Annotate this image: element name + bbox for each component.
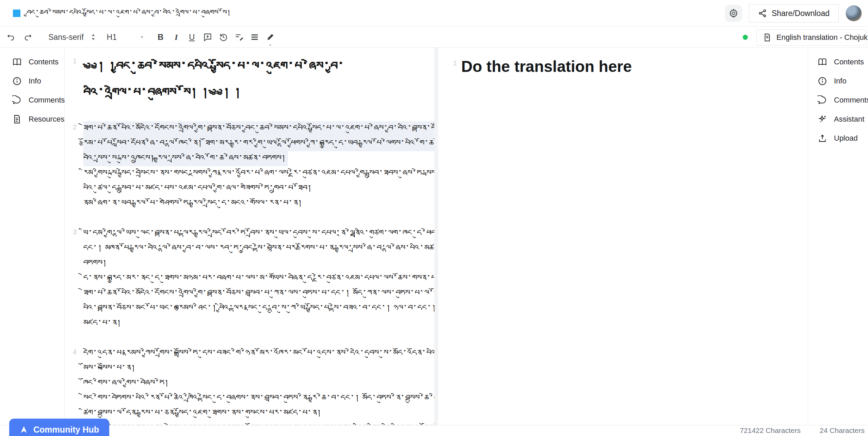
source-paragraph[interactable]: 4དགེ་འདུན་པ་རྣམས་ཀྱིས་གྲོས་བསྒྲོས་ཏེ་དུས…	[65, 346, 434, 425]
share-icon	[758, 9, 767, 18]
target-document-label: English translation - Chojuk	[776, 33, 868, 42]
paragraph-number: 1	[73, 54, 82, 65]
tibetan-text-line: དང་། མཁན་པོ་རྒྱལ་བའི་ལྷ་ཞེས་བྱ་བ་ལས་རབ་ཏ…	[83, 241, 434, 256]
undo-button[interactable]	[5, 30, 17, 45]
paragraph-style-select[interactable]: H1	[107, 33, 144, 42]
paragraph-style-value: H1	[107, 33, 117, 42]
history-icon	[219, 32, 228, 42]
pen-color-dot	[269, 44, 271, 46]
tibetan-text-line-highlighted: ཐེག་པ་ཆེན་པོའི་མདོའི་དགོངས་འགྲེལ་གྱི་བསྟ…	[83, 121, 434, 136]
user-avatar[interactable]	[846, 5, 862, 21]
tibetan-text-line: ཁོང་གིས་ཞལ་གྱིས་བཞེས་ཏེ།	[83, 376, 434, 391]
info-icon	[12, 76, 22, 86]
upload-icon	[818, 134, 827, 143]
source-paragraph[interactable]: 1༄༅། །བྱང་ཆུབ་སེམས་དཔའི་སྤྱོད་པ་ལ་འཇུག་པ…	[65, 54, 434, 106]
left-sidebar: ContentsInfoCommentsResources	[0, 48, 65, 425]
book-icon	[818, 57, 827, 67]
cursor-up-icon	[19, 425, 28, 434]
left-sidebar-item-label: Info	[29, 77, 41, 85]
tibetan-text-line: པའི་ཚུལ་དུ་སྒྲུབ་པ་མཛད་པས་འཇམ་དཔལ་གྱི་ཞལ…	[83, 181, 434, 196]
document-title: བྱང་ཆུབ་སེམས་དཔའི་སྤྱོད་པ་ལ་འཇུག་པ་ཞེས་བ…	[27, 8, 231, 18]
settings-button[interactable]	[725, 5, 742, 22]
comment-icon	[818, 95, 827, 105]
add-comment-button[interactable]	[202, 30, 214, 45]
right-sidebar-item-label: Contents	[834, 58, 864, 66]
book-icon	[12, 57, 22, 67]
right-sidebar-item-assistant[interactable]: Assistant	[808, 110, 868, 129]
right-sidebar: ContentsInfoCommentsAssistantUpload	[808, 48, 868, 425]
right-sidebar-item-info[interactable]: Info	[808, 72, 868, 91]
paragraph-number: 3	[73, 226, 82, 236]
left-sidebar-item-contents[interactable]: Contents	[0, 52, 64, 72]
tibetan-text-line: ཐེག་པ་ཆེན་པོའི་མདོའི་དགོངས་འགྲེལ་གྱི་བསྟ…	[83, 286, 434, 301]
right-sidebar-item-label: Comments	[834, 96, 868, 105]
left-sidebar-item-label: Comments	[29, 96, 65, 105]
source-character-count: 721422 Characters	[740, 425, 801, 436]
tibetan-text-line: བའི་འགྲེལ་པ་བཞུགས་སོ། །༄༅། །	[83, 80, 344, 106]
source-document-editor[interactable]: 1༄༅། །བྱང་ཆུབ་སེམས་དཔའི་སྤྱོད་པ་ལ་འཇུག་པ…	[65, 48, 434, 425]
left-sidebar-item-comments[interactable]: Comments	[0, 91, 64, 110]
tibetan-text-line: སེང་གེས་བཏེགས་པའི་རིན་པོ་ཆེའི་ཁྲིའི་སྟེང…	[83, 391, 434, 406]
editor-scrollbar[interactable]	[434, 48, 438, 425]
history-button[interactable]	[217, 30, 229, 45]
tibetan-text-line: ཡི་དམ་གྱི་ལྷ་ཡིས་ལུང་བསྟན་པ་ལྟར་རྒྱལ་སྲི…	[83, 226, 434, 241]
tibetan-text-line: དེ་ནས་བརྒྱུད་མར་ནང་དུ་ཐུགས་མཉམ་པར་བཞག་པ་…	[83, 271, 434, 286]
right-sidebar-item-contents[interactable]: Contents	[808, 52, 868, 72]
app-header: བྱང་ཆུབ་སེམས་དཔའི་སྤྱོད་པ་ལ་འཇུག་པ་ཞེས་བ…	[0, 0, 868, 27]
tibetan-text-line: མཛད་པ་ན།	[83, 316, 434, 331]
up-down-arrows-icon	[91, 33, 96, 41]
left-sidebar-item-label: Contents	[29, 58, 59, 66]
edit-lines-icon	[234, 32, 244, 42]
community-hub-label: Community Hub	[33, 425, 99, 435]
paragraph-number: 4	[73, 346, 82, 356]
right-sidebar-item-comments[interactable]: Comments	[808, 91, 868, 110]
bold-button[interactable]: B	[155, 30, 167, 45]
target-document-editor[interactable]: 1 Do the translation here	[438, 48, 808, 425]
left-sidebar-item-info[interactable]: Info	[0, 72, 64, 91]
suggest-edits-button[interactable]	[233, 30, 245, 45]
right-sidebar-item-label: Info	[834, 77, 847, 85]
document-color-square	[13, 10, 20, 17]
target-document-selector[interactable]: English translation - Chojuk	[756, 29, 866, 46]
chevron-down-icon	[140, 35, 144, 40]
left-sidebar-item-resources[interactable]: Resources	[0, 110, 64, 129]
menu-button[interactable]	[248, 30, 261, 45]
source-paragraph[interactable]: 2ཐེག་པ་ཆེན་པོའི་མདོའི་དགོངས་འགྲེལ་གྱི་བས…	[65, 121, 434, 211]
right-sidebar-item-upload[interactable]: Upload	[808, 129, 868, 148]
sparkle-icon	[818, 114, 827, 124]
redo-button[interactable]	[22, 30, 34, 45]
status-bar: 721422 Characters 24 Characters	[0, 425, 868, 436]
tibetan-text-line: བཏགས།	[83, 256, 434, 271]
paragraph-number: 2	[73, 121, 82, 131]
comment-add-icon	[203, 32, 212, 42]
tibetan-text-line: པའི་བསྟན་བཅོས་མང་པོ་ཡང་བརྩམས་ཤིང་། ཕྱིའི…	[83, 301, 434, 316]
italic-button[interactable]: I	[170, 30, 182, 45]
right-sidebar-item-label: Assistant	[834, 115, 864, 124]
pen-button[interactable]	[264, 30, 276, 45]
share-download-button[interactable]: Share/Download	[749, 4, 839, 22]
tibetan-text-line: ༄༅། །བྱང་ཆུབ་སེམས་དཔའི་སྤྱོད་པ་ལ་འཇུག་པ་…	[83, 54, 344, 80]
share-download-label: Share/Download	[772, 9, 830, 18]
hamburger-menu-icon	[250, 32, 259, 42]
right-sidebar-item-label: Upload	[834, 134, 858, 143]
font-family-value: Sans-serif	[48, 33, 84, 42]
target-heading-text: Do the translation here	[461, 57, 632, 76]
source-paragraph[interactable]: 3ཡི་དམ་གྱི་ལྷ་ཡིས་ལུང་བསྟན་པ་ལྟར་རྒྱལ་སྲ…	[65, 226, 434, 331]
info-icon	[818, 76, 827, 86]
left-sidebar-item-label: Resources	[29, 115, 64, 124]
underline-button[interactable]: U	[186, 30, 198, 45]
resources-icon	[12, 114, 22, 124]
tibetan-text-line-highlighted: རྩོམ་པ་པོ་སློབ་དཔོན་ཞི་བ་ལྷ་ཁོང་ནི། ཐོག་…	[83, 136, 434, 151]
paragraph-number: 1	[453, 57, 461, 67]
tibetan-text-line: དགེ་འདུན་པ་རྣམས་ཀྱིས་གྲོས་བསྒྲོས་ཏེ་དུས་…	[83, 346, 434, 361]
tibetan-text-line: ནམ་ཞིག་ན་ཡབ་རྒྱལ་པོ་གཤེགས་ཏེ་རྒྱལ་སྲིད་ད…	[83, 196, 434, 211]
community-hub-button[interactable]: Community Hub	[9, 419, 109, 436]
font-family-select[interactable]: Sans-serif	[48, 33, 96, 42]
tibetan-text-line: ལས་ཅན་གྱི་གང་ཟག་འགའ་རེས་འཇམ་དཔལ་དབྱངས་དང…	[83, 421, 434, 425]
pen-icon	[266, 33, 275, 42]
tibetan-text-line-highlighted: བའི་སྲས་སུ་སྐུ་འཁྲུངས། རྒྱལ་སྲས་ཞི་བའི་ག…	[83, 151, 288, 166]
target-character-count: 24 Characters	[820, 425, 865, 436]
document-icon	[763, 33, 772, 42]
comment-icon	[12, 95, 22, 105]
sync-status-dot	[743, 35, 748, 40]
